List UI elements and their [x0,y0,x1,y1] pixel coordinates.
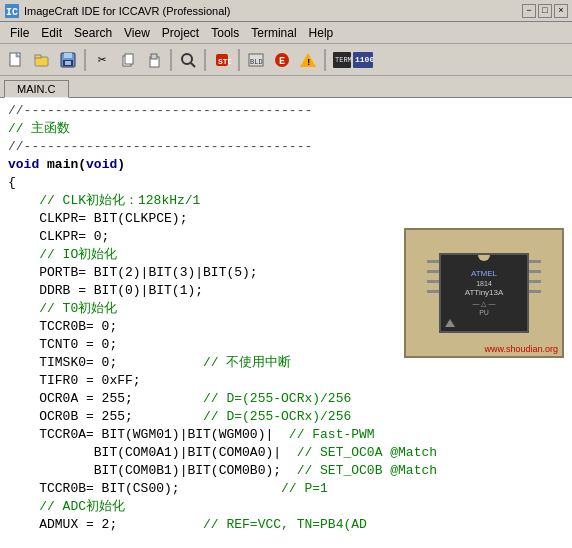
minimize-button[interactable]: − [522,4,536,18]
warning-button[interactable]: ! [296,48,320,72]
code-line-24: ADMUX = 2; // REF=VCC, TN=PB4(AD [8,516,568,534]
svg-text:TERM: TERM [335,56,352,64]
watermark-text: www.shoudian.org [484,344,558,354]
svg-text:11001: 11001 [355,55,373,64]
svg-text:BLD: BLD [250,58,263,66]
chip-button[interactable]: TERM 11001 [330,48,374,72]
code-line-23: // ADC初始化 [8,498,568,516]
code-line-20: BIT(COM0A1)|BIT(COM0A0)| // SET_OC0A @Ma… [8,444,568,462]
toolbar-separator-2 [170,49,172,71]
cut-button[interactable]: ✂ [90,48,114,72]
save-button[interactable] [56,48,80,72]
svg-rect-5 [35,55,41,58]
svg-point-14 [182,54,192,64]
code-line-3: //------------------------------------- [8,138,568,156]
svg-rect-2 [10,53,20,66]
code-line-1: //------------------------------------- [8,102,568,120]
code-line-5: { [8,174,568,192]
code-line-2: // 主函数 [8,120,568,138]
svg-line-15 [191,63,195,67]
paste-button[interactable] [142,48,166,72]
toolbar-separator-5 [324,49,326,71]
tab-main-c[interactable]: MAIN.C [4,80,69,98]
toolbar: ✂ STO BLD E ! TERM 11001 [0,44,572,76]
code-editor[interactable]: ATMEL 1814 ATTiny13A — △ — PU www.shoudi… [0,98,572,548]
close-button[interactable]: × [554,4,568,18]
menu-terminal[interactable]: Terminal [245,24,302,42]
chip-photo: ATMEL 1814 ATTiny13A — △ — PU www.shoudi… [404,228,564,358]
svg-rect-9 [65,61,71,65]
svg-text:!: ! [306,58,311,68]
code-line-17: OCR0A = 255; // D=(255-OCRx)/256 [8,390,568,408]
menu-bar: File Edit Search View Project Tools Term… [0,22,572,44]
code-line-18: OCR0B = 255; // D=(255-OCRx)/256 [8,408,568,426]
app-icon: IC [4,3,20,19]
build-button[interactable]: BLD [244,48,268,72]
maximize-button[interactable]: □ [538,4,552,18]
code-line-19: TCCR0A= BIT(WGM01)|BIT(WGM00)| // Fast-P… [8,426,568,444]
menu-project[interactable]: Project [156,24,205,42]
code-line-4: void main(void) [8,156,568,174]
copy-button[interactable] [116,48,140,72]
svg-text:STO: STO [218,57,231,66]
toolbar-separator-3 [204,49,206,71]
title-bar: IC ImageCraft IDE for ICCAVR (Profession… [0,0,572,22]
error-button[interactable]: E [270,48,294,72]
menu-help[interactable]: Help [303,24,340,42]
window-controls: − □ × [522,4,568,18]
stop-button[interactable]: STO [210,48,234,72]
code-line-16: TIFR0 = 0xFF; [8,372,568,390]
svg-rect-11 [125,54,133,64]
toolbar-separator-4 [238,49,240,71]
chip-body: ATMEL 1814 ATTiny13A — △ — PU [439,253,529,333]
find-button[interactable] [176,48,200,72]
open-button[interactable] [30,48,54,72]
menu-view[interactable]: View [118,24,156,42]
code-line-21: BIT(COM0B1)|BIT(COM0B0); // SET_OC0B @Ma… [8,462,568,480]
new-button[interactable] [4,48,28,72]
code-line-22: TCCR0B= BIT(CS00); // P=1 [8,480,568,498]
menu-edit[interactable]: Edit [35,24,68,42]
svg-rect-7 [64,53,72,58]
tab-bar: MAIN.C [0,76,572,98]
toolbar-separator-1 [84,49,86,71]
svg-text:E: E [279,56,285,67]
svg-text:IC: IC [6,7,18,18]
menu-file[interactable]: File [4,24,35,42]
code-line-6: // CLK初始化：128kHz/1 [8,192,568,210]
svg-rect-13 [151,54,157,59]
menu-search[interactable]: Search [68,24,118,42]
code-line-7: CLKPR= BIT(CLKPCE); [8,210,568,228]
menu-tools[interactable]: Tools [205,24,245,42]
app-title: ImageCraft IDE for ICCAVR (Professional) [24,5,522,17]
